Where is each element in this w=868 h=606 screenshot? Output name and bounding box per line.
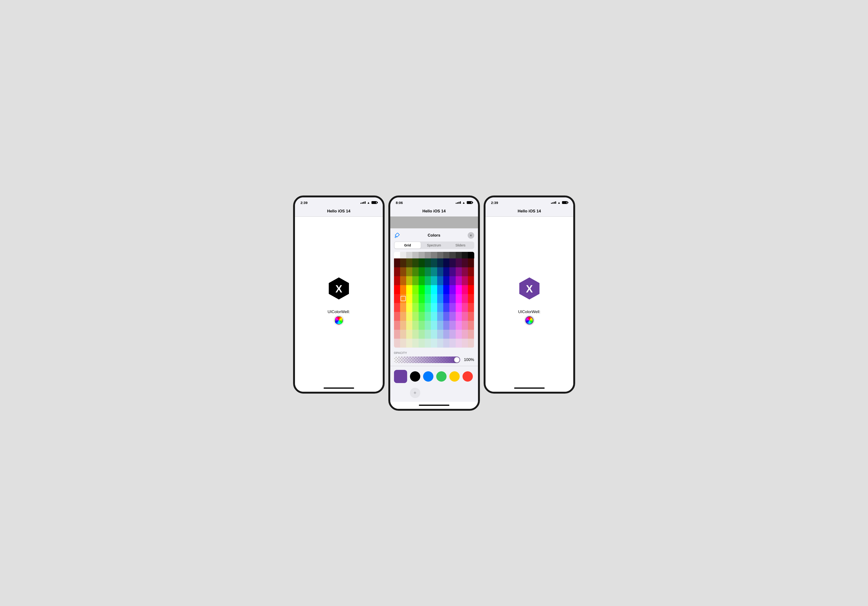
color-cell[interactable]: [431, 312, 437, 321]
color-cell[interactable]: [443, 285, 450, 294]
color-cell[interactable]: [425, 321, 431, 330]
color-cell[interactable]: [418, 330, 425, 339]
color-cell[interactable]: [425, 330, 431, 339]
color-cell[interactable]: [443, 303, 450, 312]
color-cell[interactable]: [462, 285, 468, 294]
color-cell[interactable]: [412, 339, 418, 347]
color-cell[interactable]: [425, 259, 431, 267]
color-cell[interactable]: [450, 285, 456, 294]
color-cell[interactable]: [425, 285, 431, 294]
color-cell[interactable]: [412, 285, 418, 294]
grayscale-cell[interactable]: [462, 252, 468, 259]
color-cell[interactable]: [456, 312, 462, 321]
saved-circle-green[interactable]: [436, 371, 446, 381]
color-cell[interactable]: [412, 321, 418, 330]
grayscale-cell[interactable]: [425, 252, 431, 259]
color-cell[interactable]: [418, 339, 425, 347]
color-cell[interactable]: [468, 285, 474, 294]
color-cell[interactable]: [425, 276, 431, 285]
color-cell[interactable]: [450, 312, 456, 321]
color-cell[interactable]: [418, 285, 425, 294]
color-cell[interactable]: [456, 259, 462, 267]
color-cell[interactable]: [468, 321, 474, 330]
color-cell[interactable]: [468, 330, 474, 339]
color-cell[interactable]: [456, 276, 462, 285]
color-cell[interactable]: [431, 276, 437, 285]
color-cell[interactable]: [437, 321, 443, 330]
color-cell[interactable]: [394, 330, 400, 339]
color-cell[interactable]: [443, 339, 450, 347]
color-cell[interactable]: [412, 276, 418, 285]
color-cell[interactable]: [418, 312, 425, 321]
color-cell[interactable]: [468, 303, 474, 312]
grayscale-cell[interactable]: [400, 252, 406, 259]
color-cell[interactable]: [437, 285, 443, 294]
grayscale-cell[interactable]: [437, 252, 443, 259]
color-cell[interactable]: [456, 303, 462, 312]
color-cell[interactable]: [437, 294, 443, 303]
color-cell[interactable]: [400, 321, 406, 330]
color-cell[interactable]: [468, 294, 474, 303]
color-cell[interactable]: [394, 267, 400, 276]
color-cell[interactable]: [437, 303, 443, 312]
color-cell[interactable]: [400, 285, 406, 294]
color-cell[interactable]: [450, 276, 456, 285]
color-cell[interactable]: [468, 259, 474, 267]
picker-close-button[interactable]: ×: [468, 232, 474, 239]
color-cell[interactable]: [418, 259, 425, 267]
color-cell[interactable]: [468, 267, 474, 276]
color-cell[interactable]: [425, 303, 431, 312]
color-cell[interactable]: [406, 294, 412, 303]
color-cell[interactable]: [406, 339, 412, 347]
saved-circle-blue[interactable]: [423, 371, 433, 381]
color-cell[interactable]: [468, 276, 474, 285]
color-cell[interactable]: [443, 259, 450, 267]
color-cell[interactable]: [437, 330, 443, 339]
color-cell[interactable]: [394, 339, 400, 347]
color-cell[interactable]: [443, 321, 450, 330]
color-cell[interactable]: [450, 330, 456, 339]
color-cell[interactable]: [456, 330, 462, 339]
saved-circle-black[interactable]: [410, 371, 420, 381]
color-cell[interactable]: [431, 285, 437, 294]
color-cell[interactable]: [406, 267, 412, 276]
color-cell[interactable]: [462, 294, 468, 303]
color-cell[interactable]: [418, 267, 425, 276]
color-cell[interactable]: [462, 276, 468, 285]
color-cell[interactable]: [443, 276, 450, 285]
color-cell[interactable]: [431, 303, 437, 312]
color-cell[interactable]: [406, 303, 412, 312]
opacity-slider[interactable]: [394, 356, 460, 363]
color-cell[interactable]: [394, 259, 400, 267]
grayscale-cell[interactable]: [456, 252, 462, 259]
color-grid[interactable]: [394, 259, 474, 347]
color-cell[interactable]: [462, 321, 468, 330]
color-cell[interactable]: [412, 259, 418, 267]
color-cell[interactable]: [400, 303, 406, 312]
color-cell[interactable]: [462, 259, 468, 267]
segment-spectrum[interactable]: Spectrum: [421, 242, 447, 248]
grayscale-cell[interactable]: [431, 252, 437, 259]
color-cell[interactable]: [450, 294, 456, 303]
color-cell[interactable]: [418, 303, 425, 312]
grayscale-cell[interactable]: [394, 252, 400, 259]
color-cell[interactable]: [443, 330, 450, 339]
color-cell[interactable]: [450, 321, 456, 330]
color-cell[interactable]: [394, 285, 400, 294]
color-cell[interactable]: [462, 312, 468, 321]
color-cell[interactable]: [418, 321, 425, 330]
color-cell[interactable]: [425, 312, 431, 321]
color-cell[interactable]: [456, 294, 462, 303]
color-cell[interactable]: [394, 294, 400, 303]
grayscale-cell[interactable]: [468, 252, 474, 259]
color-well-button-right[interactable]: [525, 316, 533, 325]
color-cell[interactable]: [425, 339, 431, 347]
color-cell[interactable]: [456, 285, 462, 294]
color-cell[interactable]: [437, 267, 443, 276]
color-cell[interactable]: [431, 259, 437, 267]
color-cell[interactable]: [462, 267, 468, 276]
color-cell[interactable]: [406, 285, 412, 294]
color-cell[interactable]: [437, 276, 443, 285]
grayscale-cell[interactable]: [412, 252, 418, 259]
color-cell[interactable]: [418, 276, 425, 285]
